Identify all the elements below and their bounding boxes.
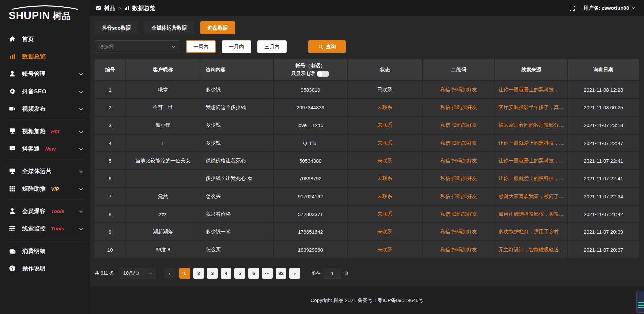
phone-only-toggle[interactable] [317,71,329,77]
cell-status: 未联系 [347,241,422,258]
next-page-button[interactable]: › [289,268,300,279]
tab-media-ops[interactable]: 全媒体运营数据 [144,21,194,34]
range-quarter-button[interactable]: 三月内 [257,40,287,53]
widget-stripe [638,305,644,306]
col-header-source: 线索来源 [494,59,567,80]
range-week-button[interactable]: 一周内 [186,40,216,53]
sidebar-item-8[interactable]: 矩阵助推VIP [0,180,90,197]
cell-source[interactable]: 多功能护栏灯，适用于乡村文... [494,223,567,240]
cell-qr[interactable]: 私信 扫码加好友 [422,81,494,98]
cell-qr[interactable]: 私信 扫码加好友 [422,99,494,116]
sidebar-item-2[interactable]: 账号管理 [0,65,90,83]
sidebar-item-10[interactable]: 线索监控Tools [0,220,90,237]
cell-qr[interactable]: 私信 扫码加好友 [422,117,494,134]
badge-tools: Tools [51,208,64,214]
chevron-down-icon [631,6,635,10]
breadcrumb-root[interactable]: 树品 [104,4,115,12]
sidebar-item-label: 消费明细 [22,247,46,255]
page-1-button[interactable]: 1 [179,268,190,279]
user-menu[interactable]: 用户名: zswodun88 [584,5,635,11]
tab-douyin-seo[interactable]: 抖音seo数据 [95,21,138,34]
cell-qr[interactable]: 私信 扫码加好友 [422,223,494,240]
monitor-icon [9,167,16,175]
cell-content: 多少钱一米 [200,223,273,240]
member-icon [9,207,16,215]
cell-account: 572803371 [273,206,347,222]
page-5-button[interactable]: 5 [234,268,245,279]
sidebar-item-6[interactable]: 抖客通New [0,140,90,157]
cell-source[interactable]: 被大家追着问的客厅投影分享... [494,117,567,134]
page-ellipsis-button[interactable]: ··· [262,268,273,279]
page-92-button[interactable]: 92 [276,268,286,279]
cell-nick: 36度 8 [125,241,200,258]
cell-source[interactable]: 如何正确选择投影仪，买投影... [494,206,567,222]
cell-source[interactable]: 让你一眼就爱上的黑科技，能... [494,81,567,98]
cell-account: 2097344839 [273,99,347,116]
floating-widget[interactable] [636,291,644,313]
phone-toggle-label: 只显示电话 [291,71,315,77]
menu-divider [6,240,84,240]
chevron-down-icon [171,45,176,49]
cell-source[interactable]: 让你一眼就爱上的黑科技，能... [494,170,567,187]
table-row: 6多少钱？让我死心 看70898792未联系私信 扫码加好友让你一眼就爱上的黑科… [95,170,639,187]
sidebar-item-4[interactable]: 视频发布 [0,100,90,117]
sidebar-item-1[interactable]: 数据总览 [0,48,90,65]
prev-page-button[interactable]: ‹ [164,268,175,279]
sidebar-item-label: 矩阵助推 [22,185,46,193]
page-4-button[interactable]: 4 [221,268,231,279]
toggle-knob [317,71,323,77]
cell-qr[interactable]: 私信 扫码加好友 [422,188,494,205]
sidebar-item-5[interactable]: 视频加热Hot [0,122,90,140]
cell-content: 多少钱 [200,117,273,134]
col-header-no: 编号 [95,59,125,80]
cell-qr[interactable]: 私信 扫码加好友 [422,135,494,151]
cell-source[interactable]: 让你一眼就爱上的黑科技，能... [494,135,567,151]
sidebar-item-12[interactable]: ?操作说明 [0,260,90,277]
cell-no: 4 [95,135,125,151]
select-placeholder: 请选择 [99,44,114,50]
cell-date: 2021-11-07 20:39 [567,223,639,240]
page-6-button[interactable]: 6 [248,268,259,279]
sidebar-item-7[interactable]: 全媒体运营 [0,162,90,180]
cell-source[interactable]: 让你一眼就爱上的黑科技，能... [494,152,567,169]
goto-page-input[interactable] [324,268,341,279]
menu-divider [6,200,84,200]
cell-date: 2021-11-07 22:41 [567,152,639,169]
bar-chart-icon [9,53,16,60]
sidebar-item-label: 全媒体运营 [22,167,52,175]
sidebar-item-0[interactable]: 首页 [0,30,90,48]
sidebar-item-11[interactable]: 消费明细 [0,242,90,260]
user-icon [9,70,16,77]
sidebar-item-3[interactable]: 抖音SEO [0,83,90,100]
page-2-button[interactable]: 2 [193,268,204,279]
chevron-down-icon [79,226,83,231]
page-3-button[interactable]: 3 [207,268,218,279]
cell-no: 3 [95,117,125,134]
tab-inquiry[interactable]: 询盘数据 [200,21,235,34]
col-header-date: 询盘日期 [567,59,639,80]
cell-nick: 狐小狸 [125,117,200,134]
cell-qr[interactable]: 私信 扫码加好友 [422,170,494,187]
fullscreen-icon[interactable] [569,5,575,11]
copyright-text: Copyright 树品 2021 备案号：粤ICP备09019646号 [311,297,424,304]
home-icon [9,35,16,43]
range-month-button[interactable]: 一月内 [222,40,251,53]
cell-qr[interactable]: 私信 扫码加好友 [422,206,494,222]
cell-source[interactable]: 无主灯设计，智能磁吸轨道灯... [494,241,567,258]
sidebar-item-label: 视频加热 [22,127,46,135]
table-row: 9潮起潮落多少钱一米178651642未联系私信 扫码加好友多功能护栏灯，适用于… [95,223,639,240]
page-size-select[interactable]: 10条/页 [120,268,156,279]
menu-divider [6,160,84,160]
cell-qr[interactable]: 私信 扫码加好友 [422,241,494,258]
cell-date: 2021-11-07 22:47 [567,135,639,151]
date-filter-select[interactable]: 请选择 [95,40,180,53]
cell-source[interactable]: 感谢大家喜欢我家，被问了好... [494,188,567,205]
search-button[interactable]: 查询 [308,40,346,53]
chevron-down-icon [79,147,83,151]
cell-content: 多少钱 [200,81,273,98]
total-count-label: 共 911 条 [95,270,114,276]
sliders-icon [9,225,16,232]
cell-qr[interactable]: 私信 扫码加好友 [422,152,494,169]
cell-source[interactable]: 客厅安装投影半年多了，真实... [494,99,567,116]
sidebar-item-9[interactable]: 会员爆客Tools [0,202,90,220]
